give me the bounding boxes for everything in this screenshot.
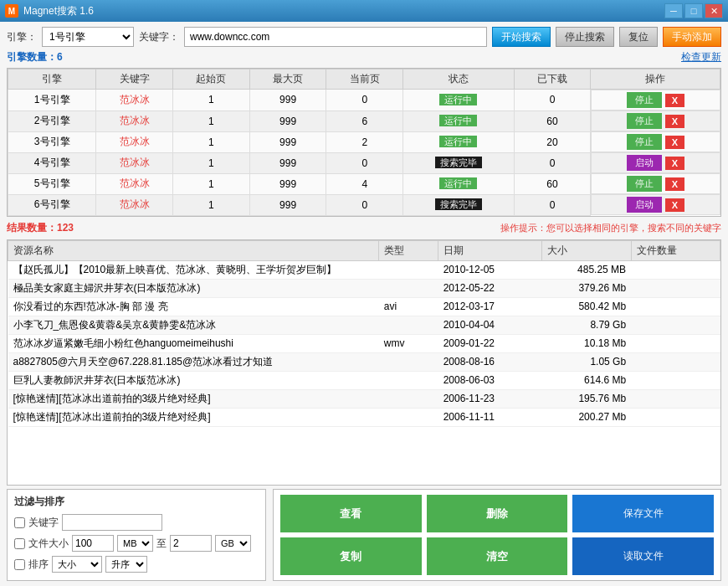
- engine-keyword: 范冰冰: [96, 152, 173, 173]
- result-date: 2009-01-22: [438, 334, 542, 352]
- col-header-keyword: 关键字: [96, 69, 173, 90]
- result-type: [379, 371, 438, 389]
- engine-maxpage: 999: [249, 173, 326, 194]
- result-count: [631, 352, 720, 371]
- result-size: 379.26 Mb: [542, 279, 631, 297]
- result-name: 小李飞刀_焦恩俊&黄蓉&吴京&黄静雯&范冰冰: [8, 316, 379, 334]
- filter-sort-select[interactable]: 大小日期名称: [52, 556, 102, 573]
- filter-order-select[interactable]: 升序降序: [105, 556, 147, 573]
- filter-keyword-checkbox[interactable]: [14, 517, 25, 528]
- results-table-row[interactable]: [惊艳迷情][范冰冰出道前拍的3级片绝对经典] 2006-11-23 195.7…: [8, 389, 720, 408]
- filter-filesize-max[interactable]: [170, 535, 212, 552]
- result-name: 巨乳人妻教師沢井芽衣(日本版范冰冰): [8, 371, 379, 389]
- read-file-button[interactable]: 读取文件: [572, 537, 714, 575]
- engine-status: 搜索完毕: [403, 152, 514, 173]
- engine-action: 启动 X: [591, 152, 720, 173]
- result-type: [379, 316, 438, 334]
- filter-filesize-min[interactable]: [72, 535, 114, 552]
- result-date: 2006-11-23: [438, 389, 542, 408]
- filter-filesize-min-unit[interactable]: MBKBGB: [117, 535, 153, 552]
- col-header-status: 状态: [403, 69, 514, 90]
- engine-currentpage: 0: [326, 90, 403, 111]
- title-bar: M Magnet搜索 1.6 ─ □ ✕: [0, 0, 728, 22]
- engine-name: 3号引擎: [8, 131, 96, 152]
- keyword-input[interactable]: [184, 27, 487, 47]
- col-header-maxpage: 最大页: [249, 69, 326, 90]
- engine-table-body: 1号引擎 范冰冰 1 999 0 运行中 0 停止 X 2号引擎 范冰冰 1 9…: [8, 90, 720, 216]
- engine-action-stop-btn[interactable]: 停止: [627, 113, 662, 129]
- engine-action-x-btn[interactable]: X: [665, 115, 684, 128]
- engine-action-x-btn[interactable]: X: [665, 177, 684, 191]
- engine-maxpage: 999: [249, 131, 326, 152]
- result-type: wmv: [379, 334, 438, 352]
- minimize-button[interactable]: ─: [664, 3, 683, 18]
- result-count: [631, 260, 720, 279]
- engine-name: 5号引擎: [8, 173, 96, 194]
- results-table-row[interactable]: 【赵氏孤儿】【2010最新上映喜优、范冰冰、黄晓明、王学圻贺岁巨制】 2010-…: [8, 260, 720, 279]
- engine-table-header: 引擎 关键字 起始页 最大页 当前页 状态 已下载 操作: [8, 69, 720, 90]
- reset-button[interactable]: 复位: [619, 27, 658, 47]
- engine-currentpage: 0: [326, 152, 403, 173]
- delete-button[interactable]: 删除: [427, 495, 568, 532]
- engine-downloaded: 0: [514, 152, 591, 173]
- filter-filesize-checkbox[interactable]: [14, 538, 25, 549]
- results-table-row[interactable]: [惊艳迷情][范冰冰出道前拍的3级片绝对经典] 2006-11-11 200.2…: [8, 408, 720, 426]
- view-button[interactable]: 查看: [280, 495, 422, 532]
- engine-action-stop-btn[interactable]: 启动: [627, 155, 662, 171]
- app-icon: M: [5, 4, 18, 18]
- results-table-row[interactable]: 范冰冰岁逼紧嫩毛细小粉红色hanguomeimeihushi wmv 2009-…: [8, 334, 720, 352]
- results-table-row[interactable]: 小李飞刀_焦恩俊&黄蓉&吴京&黄静雯&范冰冰 2010-04-04 8.79 G…: [8, 316, 720, 334]
- filter-sort-checkbox[interactable]: [14, 559, 25, 570]
- close-button[interactable]: ✕: [705, 3, 723, 18]
- results-bar: 结果数量：123 操作提示：您可以选择相同的引擎，搜索不同的关键字: [7, 220, 721, 236]
- engine-keyword: 范冰冰: [96, 131, 173, 152]
- result-type: [379, 408, 438, 426]
- engine-action-stop-btn[interactable]: 启动: [627, 197, 662, 213]
- start-search-button[interactable]: 开始搜索: [492, 27, 551, 47]
- engine-status: 运行中: [403, 173, 514, 194]
- save-file-button[interactable]: 保存文件: [572, 495, 714, 532]
- result-date: 2008-06-03: [438, 371, 542, 389]
- result-name: 極品美女家庭主婦沢井芽衣(日本版范冰冰): [8, 279, 379, 297]
- result-date: 2006-11-11: [438, 408, 542, 426]
- engine-status: 运行中: [403, 111, 514, 131]
- engine-action-x-btn[interactable]: X: [665, 198, 684, 212]
- result-size: 8.79 Gb: [542, 316, 631, 334]
- engine-currentpage: 0: [326, 194, 403, 215]
- engine-select[interactable]: 1号引擎2号引擎3号引擎4号引擎5号引擎6号引擎: [42, 27, 134, 47]
- results-table-row[interactable]: a8827805@六月天空@67.228.81.185@范冰冰看过才知道 200…: [8, 352, 720, 371]
- top-bar: 引擎： 1号引擎2号引擎3号引擎4号引擎5号引擎6号引擎 关键字： 开始搜索 停…: [7, 27, 721, 47]
- result-name: 你没看过的东西!范冰冰-胸 部 漫 亮: [8, 297, 379, 316]
- engine-table-row: 5号引擎 范冰冰 1 999 4 运行中 60 停止 X: [8, 173, 720, 194]
- engine-action-x-btn[interactable]: X: [665, 94, 684, 107]
- filter-keyword-input[interactable]: [62, 514, 162, 531]
- results-table-row[interactable]: 巨乳人妻教師沢井芽衣(日本版范冰冰) 2008-06-03 614.6 Mb: [8, 371, 720, 389]
- main-content: 引擎： 1号引擎2号引擎3号引擎4号引擎5号引擎6号引擎 关键字： 开始搜索 停…: [0, 22, 728, 586]
- result-type: [379, 389, 438, 408]
- results-hint: 操作提示：您可以选择相同的引擎，搜索不同的关键字: [500, 222, 721, 234]
- manual-add-button[interactable]: 手动添加: [663, 27, 721, 47]
- stop-search-button[interactable]: 停止搜索: [556, 27, 614, 47]
- result-size: 580.42 Mb: [542, 297, 631, 316]
- results-table-wrap[interactable]: 资源名称 类型 日期 大小 文件数量 【赵氏孤儿】【2010最新上映喜优、范冰冰…: [7, 239, 721, 486]
- clear-button[interactable]: 清空: [427, 537, 568, 575]
- engine-name: 1号引擎: [8, 90, 96, 111]
- result-type: [379, 279, 438, 297]
- maximize-button[interactable]: □: [684, 3, 703, 18]
- results-table-row[interactable]: 你没看过的东西!范冰冰-胸 部 漫 亮 avi 2012-03-17 580.4…: [8, 297, 720, 316]
- filter-filesize-max-unit[interactable]: GBMBKB: [215, 535, 251, 552]
- engine-action: 停止 X: [591, 90, 720, 111]
- check-update-link[interactable]: 检查更新: [681, 50, 721, 64]
- engine-action-stop-btn[interactable]: 停止: [627, 92, 662, 108]
- copy-button[interactable]: 复制: [280, 537, 422, 575]
- result-size: 485.25 MB: [542, 260, 631, 279]
- engine-action-x-btn[interactable]: X: [665, 157, 684, 170]
- engine-action: 启动 X: [591, 194, 720, 215]
- col-header-downloaded: 已下载: [514, 69, 591, 90]
- engine-table-row: 4号引擎 范冰冰 1 999 0 搜索完毕 0 启动 X: [8, 152, 720, 173]
- engine-action-stop-btn[interactable]: 停止: [627, 134, 662, 150]
- results-table-row[interactable]: 極品美女家庭主婦沢井芽衣(日本版范冰冰) 2012-05-22 379.26 M…: [8, 279, 720, 297]
- engine-startpage: 1: [173, 131, 250, 152]
- engine-action-x-btn[interactable]: X: [665, 136, 684, 149]
- engine-action-stop-btn[interactable]: 停止: [627, 176, 662, 192]
